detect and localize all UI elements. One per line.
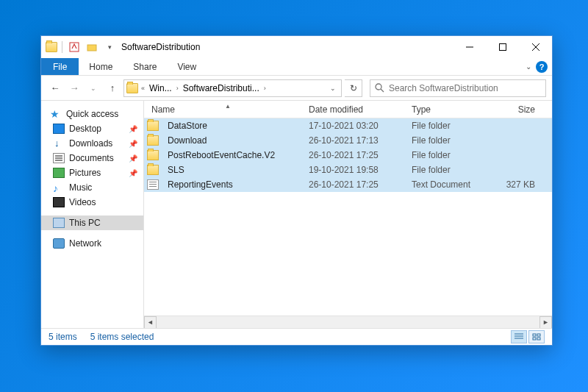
file-size: 327 KB (492, 179, 542, 190)
svg-rect-11 (533, 334, 536, 336)
file-row[interactable]: PostRebootEventCache.V2 26-10-2021 17:25… (144, 148, 552, 163)
file-type: File folder (412, 135, 492, 146)
details-view-button[interactable] (511, 330, 527, 343)
status-selected-count: 5 items selected (90, 332, 154, 342)
nav-label: Desktop (69, 124, 101, 134)
pin-icon: 📌 (129, 169, 137, 177)
nav-pictures[interactable]: Pictures 📌 (41, 165, 143, 180)
column-header-name[interactable]: ▲ Name (147, 104, 309, 115)
svg-line-7 (381, 89, 384, 92)
pin-icon: 📌 (129, 125, 137, 133)
nav-desktop[interactable]: Desktop 📌 (41, 121, 143, 136)
folder-icon (147, 121, 159, 131)
file-date: 19-10-2021 19:58 (309, 165, 412, 175)
file-date: 17-10-2021 03:20 (309, 121, 412, 131)
nav-label: Music (69, 182, 92, 193)
text-file-icon (147, 179, 159, 190)
nav-documents[interactable]: Documents 📌 (41, 151, 143, 165)
svg-rect-14 (537, 338, 540, 340)
nav-quick-access[interactable]: ★ Quick access (41, 107, 143, 121)
status-bar: 5 items 5 items selected (41, 328, 552, 345)
svg-point-6 (376, 84, 381, 90)
chevron-right-icon: › (176, 85, 179, 92)
chevron-right-icon[interactable]: › (264, 85, 266, 92)
collapse-ribbon-icon[interactable]: ⌄ (526, 63, 531, 71)
empty-area[interactable] (144, 192, 552, 316)
file-row[interactable]: Download 26-10-2021 17:13 File folder (144, 133, 552, 148)
properties-icon[interactable] (67, 40, 82, 54)
file-row[interactable]: ReportingEvents 26-10-2021 17:25 Text Do… (144, 177, 552, 192)
nav-label: Pictures (69, 168, 101, 178)
column-header-type[interactable]: Type (412, 104, 492, 115)
scroll-left-icon[interactable]: ◄ (144, 316, 157, 329)
file-name: SLS (163, 165, 309, 175)
close-button[interactable] (519, 36, 552, 58)
content-pane: ▲ Name Date modified Type Size DataStore… (144, 101, 552, 328)
customize-qat-icon[interactable]: ▾ (102, 40, 117, 54)
file-name: PostRebootEventCache.V2 (163, 150, 309, 160)
breadcrumb-segment[interactable]: SoftwareDistributi... (182, 83, 261, 93)
titlebar: ▾ SoftwareDistribution (41, 36, 552, 58)
explorer-body: ★ Quick access Desktop 📌 Downloads 📌 Doc… (41, 101, 552, 328)
nav-label: Documents (69, 153, 114, 163)
file-date: 26-10-2021 17:13 (309, 135, 412, 146)
file-row[interactable]: SLS 19-10-2021 19:58 File folder (144, 163, 552, 177)
network-icon (53, 238, 65, 249)
pictures-icon (53, 168, 65, 178)
file-type: File folder (412, 165, 492, 175)
address-dropdown-icon[interactable]: ⌄ (327, 85, 339, 92)
pin-icon: 📌 (129, 140, 137, 148)
svg-rect-3 (499, 44, 506, 51)
chevron-left-icon[interactable]: « (141, 85, 145, 92)
help-icon[interactable]: ? (536, 61, 548, 73)
explorer-window: ▾ SoftwareDistribution File Home Share V… (40, 35, 553, 346)
file-type: File folder (412, 150, 492, 160)
share-tab[interactable]: Share (123, 58, 167, 75)
horizontal-scrollbar[interactable]: ◄ ► (144, 316, 552, 328)
search-box[interactable] (370, 79, 546, 97)
maximize-button[interactable] (486, 36, 519, 58)
file-date: 26-10-2021 17:25 (309, 179, 412, 190)
svg-rect-13 (533, 338, 536, 340)
status-item-count: 5 items (49, 332, 77, 342)
back-button[interactable]: ← (47, 80, 63, 96)
svg-rect-1 (87, 45, 96, 51)
search-input[interactable] (389, 83, 541, 93)
nav-label: Downloads (69, 138, 112, 149)
document-icon (53, 153, 65, 163)
nav-music[interactable]: ♪ Music (41, 180, 143, 195)
pin-icon: 📌 (129, 154, 137, 163)
large-icons-view-button[interactable] (528, 330, 545, 343)
file-row[interactable]: DataStore 17-10-2021 03:20 File folder (144, 118, 552, 133)
file-name: Download (163, 135, 309, 146)
nav-downloads[interactable]: Downloads 📌 (41, 136, 143, 151)
breadcrumb-segment[interactable]: Win... (148, 83, 173, 93)
view-tab[interactable]: View (167, 58, 207, 75)
this-pc-icon (53, 218, 65, 228)
scroll-right-icon[interactable]: ► (539, 316, 552, 329)
window-controls (453, 36, 552, 58)
quick-access-toolbar: ▾ (41, 40, 117, 54)
file-tab[interactable]: File (41, 58, 79, 75)
folder-icon (147, 135, 159, 146)
nav-network[interactable]: Network (41, 236, 143, 251)
column-header-size[interactable]: Size (492, 104, 542, 115)
folder-icon (147, 165, 159, 175)
up-button[interactable]: ↑ (104, 80, 121, 96)
nav-videos[interactable]: Videos (41, 195, 143, 210)
recent-locations-icon[interactable]: ⌄ (85, 80, 101, 96)
scrollbar-track[interactable] (157, 316, 539, 329)
separator (62, 41, 62, 53)
column-header-date[interactable]: Date modified (309, 104, 412, 115)
nav-label: Quick access (66, 109, 118, 119)
ribbon: File Home Share View ⌄ ? (41, 58, 552, 76)
folder-icon (46, 42, 57, 52)
nav-this-pc[interactable]: This PC (41, 215, 143, 230)
refresh-button[interactable]: ↻ (345, 79, 362, 97)
minimize-button[interactable] (453, 36, 486, 58)
new-folder-icon[interactable] (85, 40, 99, 54)
address-bar[interactable]: « Win... › SoftwareDistributi... › ⌄ (123, 79, 342, 97)
home-tab[interactable]: Home (79, 58, 123, 75)
column-label: Name (151, 104, 175, 115)
forward-button[interactable]: → (66, 80, 82, 96)
